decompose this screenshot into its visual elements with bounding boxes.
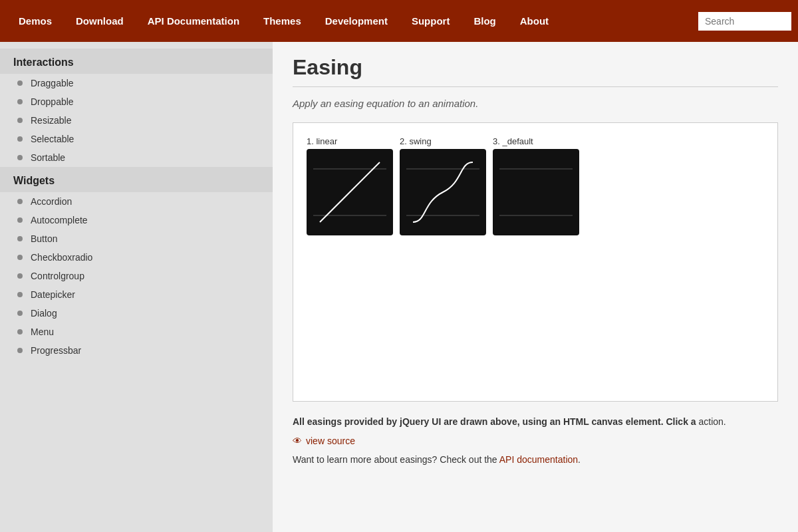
sidebar-item-accordion[interactable]: Accordion — [0, 192, 273, 211]
bullet-icon — [17, 155, 23, 160]
sidebar-item-label: Draggable — [31, 78, 74, 88]
bullet-icon — [17, 118, 23, 123]
nav-item-themes[interactable]: Themes — [251, 0, 313, 42]
nav-item-api-documentation[interactable]: API Documentation — [136, 0, 251, 42]
page-title: Easing — [293, 55, 778, 80]
nav-item-support[interactable]: Support — [400, 0, 462, 42]
sidebar-item-menu[interactable]: Menu — [0, 323, 273, 341]
sidebar: Interactions Draggable Droppable Resizab… — [0, 42, 273, 532]
easing-linear-label: 1. linear — [307, 136, 337, 146]
bullet-icon — [17, 329, 23, 334]
api-note-suffix: . — [578, 454, 581, 465]
easing-demos: 1. linear 2. swing — [307, 136, 764, 235]
nav-item-blog[interactable]: Blog — [462, 0, 507, 42]
bullet-icon — [17, 99, 23, 104]
bullet-icon — [17, 80, 23, 86]
sidebar-item-label: Autocomplete — [31, 215, 88, 225]
bullet-icon — [17, 199, 23, 204]
api-documentation-link[interactable]: API documentation — [499, 454, 578, 465]
demo-box: 1. linear 2. swing — [293, 122, 778, 402]
sidebar-item-button[interactable]: Button — [0, 229, 273, 248]
page-description: Apply an easing equation to an animation… — [293, 98, 778, 109]
api-note: Want to learn more about easings? Check … — [293, 453, 778, 467]
view-source-link[interactable]: 👁 view source — [293, 436, 778, 446]
easing-linear: 1. linear — [307, 136, 393, 235]
bullet-icon — [17, 217, 23, 223]
sidebar-item-label: Dialog — [31, 308, 57, 319]
sidebar-item-droppable[interactable]: Droppable — [0, 92, 273, 111]
nav-item-development[interactable]: Development — [313, 0, 400, 42]
sidebar-item-datepicker[interactable]: Datepicker — [0, 285, 273, 304]
page-layout: Interactions Draggable Droppable Resizab… — [0, 42, 798, 532]
sidebar-item-label: Sortable — [31, 152, 65, 163]
nav-item-download[interactable]: Download — [64, 0, 136, 42]
bottom-text-suffix: action. — [699, 416, 726, 427]
sidebar-item-label: Selectable — [31, 134, 74, 144]
sidebar-item-autocomplete[interactable]: Autocomplete — [0, 211, 273, 229]
sidebar-item-selectable[interactable]: Selectable — [0, 130, 273, 148]
top-navigation: Demos Download API Documentation Themes … — [0, 0, 798, 42]
sidebar-item-controlgroup[interactable]: Controlgroup — [0, 267, 273, 285]
easing-swing-label: 2. swing — [400, 136, 432, 146]
search-input[interactable] — [698, 12, 791, 31]
bullet-icon — [17, 255, 23, 260]
sidebar-item-label: Accordion — [31, 196, 72, 207]
nav-item-demos[interactable]: Demos — [7, 0, 64, 42]
sidebar-item-dialog[interactable]: Dialog — [0, 304, 273, 323]
sidebar-item-checkboxradio[interactable]: Checkboxradio — [0, 248, 273, 267]
sidebar-item-label: Menu — [31, 327, 54, 337]
sidebar-item-label: Resizable — [31, 115, 71, 126]
bullet-icon — [17, 273, 23, 279]
easing-default-label: 3. _default — [493, 136, 533, 146]
sidebar-item-label: Droppable — [31, 96, 74, 107]
sidebar-item-label: Button — [31, 233, 57, 244]
svg-line-2 — [320, 162, 380, 222]
divider — [293, 86, 778, 87]
bullet-icon — [17, 292, 23, 297]
bottom-description: All easings provided by jQuery UI are dr… — [293, 415, 778, 429]
sidebar-item-draggable[interactable]: Draggable — [0, 74, 273, 92]
bullet-icon — [17, 136, 23, 142]
sidebar-item-progressbar[interactable]: Progressbar — [0, 341, 273, 360]
easing-default-canvas[interactable] — [493, 149, 579, 235]
sidebar-section-widgets: Widgets — [0, 167, 273, 192]
bullet-icon — [17, 236, 23, 241]
easing-swing-canvas[interactable] — [400, 149, 486, 235]
api-note-prefix: Want to learn more about easings? Check … — [293, 454, 499, 465]
sidebar-item-resizable[interactable]: Resizable — [0, 111, 273, 130]
easing-swing: 2. swing — [400, 136, 486, 235]
sidebar-item-label: Checkboxradio — [31, 252, 92, 263]
sidebar-item-label: Controlgroup — [31, 271, 84, 281]
sidebar-section-interactions: Interactions — [0, 49, 273, 74]
bottom-text-bold: All easings provided by jQuery UI are dr… — [293, 416, 696, 427]
eye-icon: 👁 — [293, 436, 302, 446]
sidebar-item-sortable[interactable]: Sortable — [0, 148, 273, 167]
bullet-icon — [17, 348, 23, 353]
nav-item-about[interactable]: About — [508, 0, 561, 42]
easing-default: 3. _default — [493, 136, 579, 235]
main-content: Easing Apply an easing equation to an an… — [273, 42, 798, 532]
sidebar-item-label: Progressbar — [31, 345, 81, 356]
bullet-icon — [17, 311, 23, 316]
easing-linear-canvas[interactable] — [307, 149, 393, 235]
view-source-label: view source — [306, 436, 355, 446]
sidebar-item-label: Datepicker — [31, 289, 75, 300]
